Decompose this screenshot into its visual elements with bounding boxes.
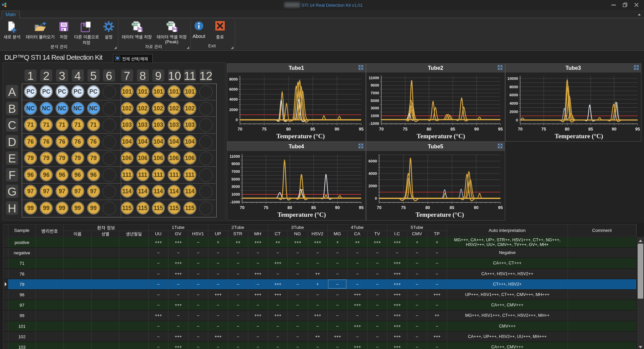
- svg-text:0: 0: [236, 118, 238, 122]
- svg-text:90: 90: [335, 205, 340, 210]
- svg-text:4000: 4000: [368, 171, 377, 176]
- svg-text:0: 0: [375, 196, 377, 200]
- svg-text:5000: 5000: [231, 177, 240, 181]
- svg-text:70: 70: [379, 127, 384, 132]
- svg-text:-1000: -1000: [369, 121, 379, 126]
- svg-text:2000: 2000: [509, 110, 518, 114]
- svg-text:95: 95: [498, 205, 503, 210]
- svg-text:75: 75: [403, 127, 408, 132]
- svg-text:95: 95: [359, 205, 364, 210]
- svg-text:8000: 8000: [509, 85, 518, 89]
- svg-text:XLSX: XLSX: [131, 23, 138, 26]
- svg-text:3000: 3000: [371, 106, 379, 110]
- svg-text:80: 80: [425, 205, 430, 210]
- svg-text:1000: 1000: [371, 114, 379, 118]
- svg-text:85: 85: [311, 205, 316, 210]
- svg-text:75: 75: [262, 127, 267, 132]
- svg-text:70: 70: [238, 127, 243, 132]
- svg-text:85: 85: [588, 127, 593, 132]
- svg-text:Temperature (°C): Temperature (°C): [555, 133, 603, 140]
- svg-text:6000: 6000: [509, 93, 518, 97]
- svg-text:90: 90: [612, 127, 616, 132]
- svg-text:11000: 11000: [229, 154, 240, 158]
- svg-text:Temperature (°C): Temperature (°C): [417, 133, 465, 140]
- svg-text:Temperature (°C): Temperature (°C): [277, 211, 326, 218]
- svg-text:7000: 7000: [371, 91, 379, 95]
- svg-text:2000: 2000: [229, 108, 238, 112]
- svg-text:9000: 9000: [231, 162, 240, 166]
- svg-text:4000: 4000: [229, 97, 238, 101]
- svg-text:90: 90: [474, 127, 479, 132]
- svg-text:95: 95: [635, 127, 640, 132]
- svg-text:XLSX: XLSX: [166, 23, 173, 26]
- svg-text:0: 0: [516, 118, 518, 122]
- svg-text:6000: 6000: [229, 87, 238, 91]
- svg-text:9000: 9000: [371, 83, 379, 87]
- svg-text:7000: 7000: [231, 169, 240, 173]
- svg-text:8000: 8000: [229, 77, 238, 81]
- svg-text:Temperature (°C): Temperature (°C): [276, 133, 325, 140]
- svg-text:85: 85: [450, 127, 455, 132]
- svg-text:90: 90: [335, 127, 339, 132]
- svg-text:75: 75: [541, 127, 546, 132]
- svg-text:10000: 10000: [507, 77, 518, 81]
- svg-text:75: 75: [401, 205, 406, 210]
- svg-text:Temperature (°C): Temperature (°C): [416, 211, 464, 218]
- svg-text:80: 80: [287, 205, 292, 210]
- svg-text:70: 70: [240, 205, 245, 210]
- svg-text:3000: 3000: [231, 185, 240, 189]
- svg-text:4000: 4000: [509, 101, 518, 105]
- svg-text:80: 80: [286, 127, 291, 132]
- svg-text:70: 70: [377, 205, 382, 210]
- svg-text:6000: 6000: [368, 159, 377, 163]
- svg-text:80: 80: [565, 127, 570, 132]
- svg-text:75: 75: [264, 205, 268, 210]
- svg-text:95: 95: [359, 127, 364, 132]
- svg-text:2000: 2000: [368, 184, 377, 188]
- svg-text:85: 85: [310, 127, 315, 132]
- svg-text:5000: 5000: [371, 99, 379, 103]
- svg-text:85: 85: [449, 205, 454, 210]
- svg-text:90: 90: [474, 205, 479, 210]
- svg-text:95: 95: [498, 127, 503, 132]
- svg-text:11000: 11000: [369, 76, 379, 80]
- svg-text:80: 80: [427, 127, 431, 132]
- svg-text:-1000: -1000: [230, 200, 240, 204]
- svg-text:1000: 1000: [231, 192, 240, 196]
- svg-text:70: 70: [518, 127, 523, 132]
